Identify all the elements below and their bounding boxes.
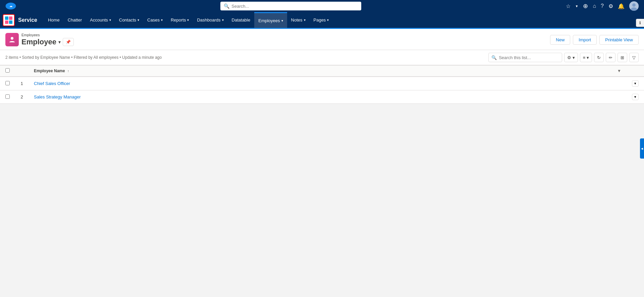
nav-label-contacts: Contacts [119,17,136,23]
app-launcher-icon[interactable]: ⌂ [593,3,596,9]
settings-btn[interactable]: ⚙ ▾ [564,53,578,62]
select-all-checkbox[interactable] [5,68,10,73]
global-search-bar[interactable]: 🔍 [220,2,361,10]
list-header-actions: New Import Printable View [550,35,639,45]
row-2-name-link[interactable]: Sales Strategy Manager [34,94,80,99]
utility-bar: ☁ 🔍 ☆ ▼ ⊕ ⌂ ? ⚙ 🔔 [0,0,644,12]
nav-item-chatter[interactable]: Chatter [64,12,86,28]
row-1-checkbox[interactable] [5,81,10,85]
nav-item-notes[interactable]: Notes▾ [287,12,310,28]
list-toolbar: 2 items • Sorted by Employee Name • Filt… [0,50,644,65]
list-title-section: Employees Employee ▾ 📌 [5,33,74,46]
svg-rect-7 [9,16,12,20]
row-2-checkbox[interactable] [5,94,10,99]
list-search-bar[interactable]: 🔍 [488,53,562,62]
row-2-checkbox-cell[interactable] [0,90,15,104]
svg-rect-8 [5,20,8,24]
nav-item-pages[interactable]: Pages▾ [310,12,333,28]
nav-item-contacts[interactable]: Contacts▾ [115,12,143,28]
row-1-name-link[interactable]: Chief Sales Officer [34,81,70,86]
cases-chevron: ▾ [161,18,163,22]
col-row-num [15,66,29,77]
employee-table: Employee Name ↑ ▼ 1 Chief Sales Officer … [0,65,644,104]
table-body: 1 Chief Sales Officer ▾ 2 Sales Strategy… [0,77,644,104]
app-name: Service [18,17,37,23]
notes-chevron: ▾ [304,18,306,22]
nav-label-reports: Reports [171,17,186,23]
list-title: Employee [21,38,56,46]
pin-button[interactable]: 📌 [63,38,74,46]
col-actions-header [627,66,644,77]
row-2-actions-btn[interactable]: ▾ [632,94,639,100]
toolbar-actions: 🔍 ⚙ ▾ ≡ ▾ ↻ ✏ ⊞ ▽ [488,53,639,62]
list-title-info: Employees Employee ▾ 📌 [21,33,74,46]
sort-icon: ↑ [67,69,69,73]
import-button[interactable]: Import [573,35,597,45]
svg-rect-9 [9,20,12,24]
nav-label-pages: Pages [314,17,326,23]
utility-bar-right: ☆ ▼ ⊕ ⌂ ? ⚙ 🔔 [566,1,639,11]
row-2-actions-cell: ▾ [627,90,644,104]
nav-item-cases[interactable]: Cases▾ [143,12,167,28]
nav-item-home[interactable]: Home [44,12,64,28]
nav-label-notes: Notes [291,17,303,23]
nav-items: Home Chatter Accounts▾ Contacts▾ Cases▾ … [44,12,333,28]
pages-chevron: ▾ [327,18,329,22]
pull-tab[interactable]: ◀ [640,138,644,159]
list-header: Employees Employee ▾ 📌 New Import Printa… [0,29,644,50]
info-icon[interactable]: ℹ [636,19,644,27]
list-search-input[interactable] [499,55,559,60]
charts-btn[interactable]: ⊞ [618,53,627,62]
table-row: 1 Chief Sales Officer ▾ [0,77,644,90]
nav-bar: Service Home Chatter Accounts▾ Contacts▾… [0,12,644,29]
nav-label-cases: Cases [147,17,160,23]
filter-btn[interactable]: ▽ [629,53,639,62]
col-dropdown-icon[interactable]: ▼ [617,69,621,73]
nav-item-accounts[interactable]: Accounts▾ [86,12,115,28]
settings-icon[interactable]: ⚙ [608,3,613,9]
contacts-chevron: ▾ [138,18,139,22]
svg-text:☁: ☁ [9,4,12,8]
refresh-btn[interactable]: ↻ [594,53,604,62]
col-employee-name[interactable]: Employee Name ↑ ▼ [29,66,627,77]
list-search-icon: 🔍 [491,55,497,60]
nav-item-reports[interactable]: Reports▾ [167,12,193,28]
app-icon-svg [4,15,13,25]
nav-label-home: Home [48,17,60,23]
col-employee-name-label: Employee Name [34,69,65,73]
global-search-input[interactable] [231,4,358,9]
avatar[interactable] [629,1,639,11]
printable-view-button[interactable]: Printable View [599,35,639,45]
row-2-name-cell: Sales Strategy Manager [29,90,627,104]
svg-point-3 [632,3,636,7]
row-2-num: 2 [15,90,29,104]
row-1-actions-btn[interactable]: ▾ [632,80,639,87]
breadcrumb: Employees [21,33,74,37]
nav-item-dashboards[interactable]: Dashboards▾ [193,12,227,28]
columns-btn[interactable]: ≡ ▾ [580,53,592,62]
nav-label-dashboards: Dashboards [197,17,220,23]
row-1-num: 1 [15,77,29,90]
list-icon-svg [8,36,16,43]
app-icon[interactable] [3,14,15,26]
nav-item-employees[interactable]: Employees▾ [254,12,287,28]
add-icon[interactable]: ⊕ [583,2,588,10]
employees-chevron: ▾ [281,19,283,23]
list-title-dropdown[interactable]: ▾ [58,39,61,45]
row-1-name-cell: Chief Sales Officer [29,77,627,90]
row-1-checkbox-cell[interactable] [0,77,15,90]
nav-label-datatable: Datatable [232,17,251,23]
nav-item-datatable[interactable]: Datatable [228,12,255,28]
nav-label-employees: Employees [258,18,280,23]
search-icon: 🔍 [224,3,229,9]
table-header-row: Employee Name ↑ ▼ [0,66,644,77]
help-icon[interactable]: ? [601,3,604,9]
favorites-dropdown-icon[interactable]: ▼ [575,4,579,8]
notifications-icon[interactable]: 🔔 [618,3,625,9]
reports-chevron: ▾ [187,18,189,22]
favorites-icon[interactable]: ☆ [566,3,571,9]
edit-btn[interactable]: ✏ [606,53,615,62]
table-row: 2 Sales Strategy Manager ▾ [0,90,644,104]
dashboards-chevron: ▾ [222,18,224,22]
new-button[interactable]: New [550,35,570,45]
